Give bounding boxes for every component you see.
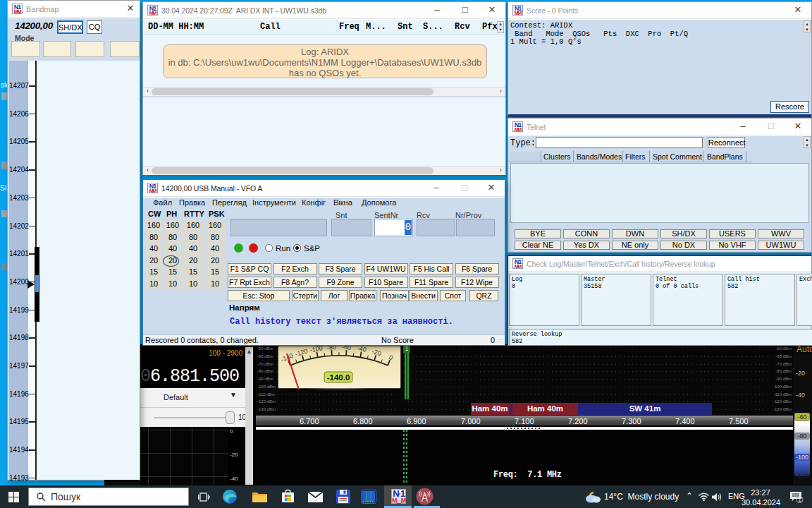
svg-text:-140.0: -140.0 [327,373,350,382]
svg-text:1: 1 [798,497,801,503]
svg-text:-80: -80 [326,346,336,351]
svg-text:-60: -60 [342,346,352,351]
